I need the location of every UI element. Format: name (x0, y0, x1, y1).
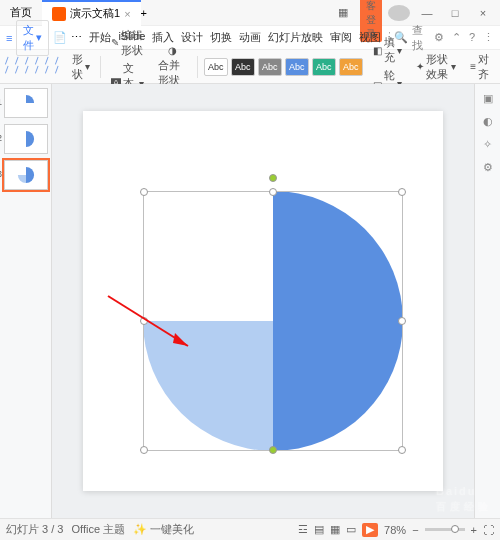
tab-slideshow[interactable]: 幻灯片放映 (265, 28, 326, 47)
slide-canvas[interactable] (52, 84, 474, 518)
slideshow-button[interactable]: ▶ (362, 523, 378, 537)
collapse-ribbon-icon[interactable]: ⌃ (452, 31, 461, 44)
document-title: 演示文稿1 (70, 6, 120, 21)
notes-icon[interactable]: ☲ (298, 523, 308, 536)
resize-handle-ne[interactable] (398, 188, 406, 196)
fit-button[interactable]: ⛶ (483, 524, 494, 536)
ribbon: 形状▾ ✎编辑形状 🅰文本框▾ ◑合并形状 Abc Abc Abc Abc Ab… (0, 50, 500, 84)
avatar[interactable] (388, 5, 410, 21)
zoom-in-button[interactable]: + (471, 524, 477, 536)
search-label[interactable]: 查找 (412, 23, 424, 53)
view-normal-icon[interactable]: ▤ (314, 523, 324, 536)
tab-review[interactable]: 审阅 (327, 28, 355, 47)
fill-button[interactable]: ◧填充▾ (369, 34, 406, 66)
save-icon[interactable]: 📄 (53, 31, 67, 44)
tab-animation[interactable]: 动画 (236, 28, 264, 47)
more-icon[interactable]: ⋮ (483, 31, 494, 44)
help-icon[interactable]: ? (469, 31, 475, 44)
workspace: 1 2 3 (0, 84, 500, 518)
menubar-right: ⚙ ⌃ ? ⋮ (428, 31, 494, 44)
shape-effect-button[interactable]: ✦形状效果▾ (412, 51, 461, 83)
right-sidebar: ▣ ◐ ✧ ⚙ (474, 84, 500, 518)
pane-design-icon[interactable]: ◐ (483, 115, 493, 128)
style-swatch-3[interactable]: Abc (258, 58, 282, 76)
new-tab-button[interactable]: + (141, 7, 147, 19)
slide (83, 111, 443, 491)
shapes-dropdown[interactable]: 形状▾ (68, 51, 94, 83)
rotate-handle[interactable] (269, 174, 277, 182)
pane-select-icon[interactable]: ▣ (483, 92, 493, 105)
resize-handle-e[interactable] (398, 317, 406, 325)
resize-handle-n[interactable] (269, 188, 277, 196)
qat-more-icon[interactable]: ⋯ (71, 31, 82, 44)
view-reading-icon[interactable]: ▭ (346, 523, 356, 536)
close-button[interactable]: × (472, 7, 494, 19)
merge-shape-button[interactable]: ◑合并形状 (154, 44, 191, 89)
slide-counter: 幻灯片 3 / 3 (6, 522, 63, 537)
thumbnail-3[interactable]: 3 (4, 160, 48, 190)
resize-handle-nw[interactable] (140, 188, 148, 196)
titlebar: 首页 演示文稿1 × + ▦ 访客登录 — □ × (0, 0, 500, 26)
pane-property-icon[interactable]: ⚙ (483, 161, 493, 174)
pane-anim-icon[interactable]: ✧ (483, 138, 492, 151)
svg-marker-1 (173, 333, 188, 346)
beautify-button[interactable]: ✨ 一键美化 (133, 522, 194, 537)
line-shapes-gallery[interactable] (6, 58, 65, 75)
edit-shape-button[interactable]: ✎编辑形状 (107, 27, 148, 59)
settings-icon[interactable]: ⚙ (434, 31, 444, 44)
statusbar: 幻灯片 3 / 3 Office 主题 ✨ 一键美化 ☲ ▤ ▦ ▭ ▶ 78%… (0, 518, 500, 540)
resize-handle-se[interactable] (398, 446, 406, 454)
zoom-out-button[interactable]: − (412, 524, 418, 536)
resize-handle-s[interactable] (269, 446, 277, 454)
resize-handle-sw[interactable] (140, 446, 148, 454)
zoom-label: 78% (384, 524, 406, 536)
thumbnail-2[interactable]: 2 (4, 124, 48, 154)
wps-logo-icon (52, 7, 66, 21)
view-sorter-icon[interactable]: ▦ (330, 523, 340, 536)
close-tab-icon[interactable]: × (124, 8, 130, 20)
tab-transition[interactable]: 切换 (207, 28, 235, 47)
style-swatch-2[interactable]: Abc (231, 58, 255, 76)
minimize-button[interactable]: — (416, 7, 438, 19)
theme-label: Office 主题 (71, 522, 125, 537)
thumbnail-1[interactable]: 1 (4, 88, 48, 118)
align-button[interactable]: ≡对齐 (466, 51, 494, 83)
style-gallery[interactable]: Abc Abc Abc Abc Abc Abc (204, 58, 363, 76)
slide-thumbnails: 1 2 3 (0, 84, 52, 518)
app-menu-icon[interactable]: ≡ (6, 32, 12, 44)
style-swatch-1[interactable]: Abc (204, 58, 228, 76)
app-grid-icon[interactable]: ▦ (332, 6, 354, 19)
document-tab[interactable]: 演示文稿1 × (42, 0, 141, 26)
style-swatch-5[interactable]: Abc (312, 58, 336, 76)
annotation-arrow (103, 291, 203, 361)
chevron-down-icon: ▾ (36, 31, 42, 44)
style-swatch-6[interactable]: Abc (339, 58, 363, 76)
zoom-slider[interactable] (425, 528, 465, 531)
maximize-button[interactable]: □ (444, 7, 466, 19)
style-swatch-4[interactable]: Abc (285, 58, 309, 76)
